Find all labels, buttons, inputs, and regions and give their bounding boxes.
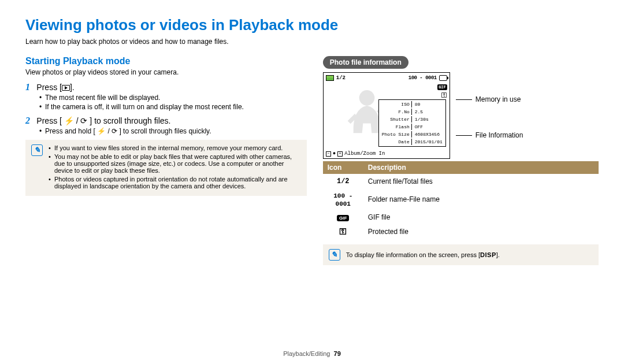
columns: Starting Playback mode View photos or pl… [25, 56, 599, 265]
bullet: If the camera is off, it will turn on an… [39, 103, 307, 111]
preview-bottom-hint: − ● + Album/Zoom In [326, 151, 385, 157]
step1-post: ]. [70, 83, 75, 92]
tip-list: If you want to view files stored in the … [49, 144, 301, 191]
preview-row: 1/2 100 - 0001 GIF ⚿ ISO80 [323, 72, 599, 159]
thumbnail-icon [326, 75, 334, 81]
tip-disp-text: To display file information on the scree… [346, 251, 500, 258]
desc-cell: Folder name-File name [363, 188, 599, 210]
step-1: 1 Press []. The most recent file will be… [25, 82, 307, 111]
table-row: GIF GIF file [323, 210, 599, 224]
intro-text: Learn how to play back photos or videos … [25, 38, 599, 46]
subsection-pill: Photo file information [323, 56, 408, 69]
gif-icon: GIF [337, 215, 349, 221]
icon-cell: 100 - 0001 [333, 192, 352, 207]
minus-icon: − [326, 151, 331, 157]
file-info-table: ISO80 F.No2.5 Shutter1/30s FlashOFF Phot… [378, 99, 446, 147]
step-number-2: 2 [25, 116, 35, 126]
tip-item: If you want to view files stored in the … [49, 144, 301, 151]
table-header-icon: Icon [323, 161, 363, 174]
playback-button-icon [62, 85, 70, 91]
gif-badge-icon: GIF [437, 84, 447, 90]
tip-box: ✎ If you want to view files stored in th… [25, 140, 307, 196]
screen-preview: 1/2 100 - 0001 GIF ⚿ ISO80 [323, 72, 450, 159]
step-number-1: 1 [25, 82, 35, 92]
disp-button-label: DISP [480, 251, 496, 258]
table-row: ⚿ Protected file [323, 224, 599, 239]
step-2-bullets: Press and hold [ ⚡ / ⟳ ] to scroll throu… [39, 127, 307, 135]
desc-cell: GIF file [363, 210, 599, 224]
key-icon: ⚿ [339, 227, 347, 236]
table-row: 1/2 Current file/Total files [323, 174, 599, 188]
note-icon: ✎ [31, 144, 43, 156]
table-header-desc: Description [363, 161, 599, 174]
page-title: Viewing photos or videos in Playback mod… [25, 16, 599, 34]
zoom-dot-icon: ● [333, 151, 336, 157]
step-1-text: Press []. [36, 83, 74, 92]
callout-labels: Memory in use File Information [456, 92, 523, 139]
right-column: Photo file information 1/2 100 - 0001 GI… [323, 56, 599, 265]
desc-cell: Current file/Total files [363, 174, 599, 188]
step1-pre: Press [ [36, 83, 62, 92]
step-2: 2 Press [ ⚡ / ⟳ ] to scroll through file… [25, 116, 307, 135]
desc-cell: Protected file [363, 224, 599, 239]
icon-cell: 1/2 [337, 177, 350, 185]
section-desc: View photos or play videos stored in you… [25, 68, 307, 76]
protected-icon: ⚿ [441, 92, 447, 99]
step-2-text: Press [ ⚡ / ⟳ ] to scroll through files. [36, 116, 170, 125]
left-column: Starting Playback mode View photos or pl… [25, 56, 307, 265]
folder-file: 100 - 0001 [408, 75, 437, 81]
callout-fileinfo: File Information [456, 131, 523, 139]
svg-point-0 [359, 90, 374, 106]
zoom-label: Album/Zoom In [344, 151, 385, 157]
icon-description-table: Icon Description 1/2 Current file/Total … [323, 161, 599, 239]
memory-icon [439, 75, 447, 81]
bullet: The most recent file will be displayed. [39, 94, 307, 102]
bullet: Press and hold [ ⚡ / ⟳ ] to scroll throu… [39, 127, 307, 135]
callout-memory: Memory in use [456, 95, 523, 103]
section-heading: Starting Playback mode [25, 56, 307, 66]
tip-item: You may not be able to edit or play back… [49, 153, 301, 174]
page-footer: Playback/Editing 79 [0, 350, 624, 357]
plus-icon: + [337, 151, 343, 157]
step-1-bullets: The most recent file will be displayed. … [39, 94, 307, 111]
file-count: 1/2 [336, 75, 346, 81]
tip-item: Photos or videos captured in portrait or… [49, 176, 301, 190]
note-icon: ✎ [329, 249, 340, 261]
tip-box-disp: ✎ To display file information on the scr… [323, 244, 599, 265]
table-row: 100 - 0001 Folder name-File name [323, 188, 599, 210]
